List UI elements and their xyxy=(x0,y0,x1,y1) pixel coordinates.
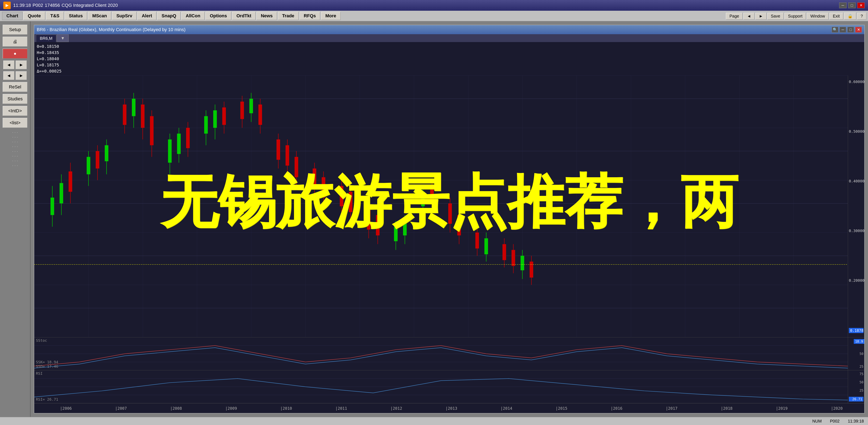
time-2015: |2015 xyxy=(534,406,589,411)
svg-rect-61 xyxy=(376,215,379,235)
menu-trade[interactable]: Trade xyxy=(278,12,299,20)
resel-button[interactable]: ReSel xyxy=(3,82,27,92)
svg-rect-45 xyxy=(276,139,280,160)
title-time: 11:39:18 xyxy=(13,3,31,8)
left-arrow-icon[interactable]: ◄ xyxy=(3,61,14,69)
svg-rect-19 xyxy=(123,104,126,125)
menubar: Chart Quote T&S Status MScan SupSrv Aler… xyxy=(0,11,868,22)
studies-button[interactable]: Studies xyxy=(3,94,27,104)
svg-rect-63 xyxy=(394,227,398,241)
menu-allcon[interactable]: AllCon xyxy=(181,12,205,20)
svg-rect-69 xyxy=(430,186,434,201)
svg-rect-75 xyxy=(475,232,479,249)
svg-rect-57 xyxy=(349,192,352,212)
time-2006: |2006 xyxy=(38,406,93,411)
svg-rect-85 xyxy=(529,262,533,277)
help-button[interactable]: ? xyxy=(857,13,866,20)
stoch-values: SSK= 18.94 SSD= 17.46 xyxy=(36,360,58,368)
chart-main-area[interactable]: 无锡旅游景点推荐，两 xyxy=(34,75,864,337)
rsi-axis: 75 50 25 26.71 xyxy=(848,370,864,403)
price-level-2: 0.20000 xyxy=(849,278,864,283)
setup-button[interactable]: Setup xyxy=(3,25,27,35)
menu-chart[interactable]: Chart xyxy=(2,12,23,20)
chart-minimize-button[interactable]: ─ xyxy=(840,27,846,33)
support-button[interactable]: Support xyxy=(784,13,806,20)
chart-restore-button[interactable]: □ xyxy=(847,27,854,33)
menu-mscan[interactable]: MScan xyxy=(88,12,111,20)
chart-close-button[interactable]: ✕ xyxy=(855,27,862,33)
print-button[interactable]: 🖨 xyxy=(3,37,27,46)
maximize-button[interactable]: □ xyxy=(848,2,856,8)
menu-quote[interactable]: Quote xyxy=(23,12,45,20)
chart-low2: L=0.18175 xyxy=(37,62,59,67)
menu-ordtkt[interactable]: OrdTkt xyxy=(232,12,255,20)
stoch-label: SStoc xyxy=(36,338,47,342)
page-button[interactable]: Page xyxy=(726,13,743,20)
arrow-icons-row: ◄ ► xyxy=(3,61,27,69)
svg-rect-33 xyxy=(204,116,208,134)
app-icon: ▶ xyxy=(3,2,11,9)
chart-delta: Δ=+0.00025 xyxy=(37,69,61,73)
prev-button[interactable]: ◄ xyxy=(743,13,754,20)
intd-button[interactable]: <IntD> xyxy=(3,106,27,116)
menu-supsrv[interactable]: SupSrv xyxy=(112,12,136,20)
time-2020: |2020 xyxy=(809,406,864,411)
red-button[interactable]: ● xyxy=(3,48,27,59)
save-button[interactable]: Save xyxy=(767,13,784,20)
chart-tabs: BR6,M ▼ xyxy=(34,34,864,42)
close-button[interactable]: ✕ xyxy=(857,2,865,8)
ssd-label: SSD= xyxy=(36,364,45,368)
time-2017: |2017 xyxy=(644,406,699,411)
minimize-button[interactable]: ─ xyxy=(839,2,846,8)
chart-titlebar: BR6 - Brazilian Real (Globex), Monthly C… xyxy=(34,25,864,34)
svg-rect-43 xyxy=(258,104,262,125)
ssk-label: SSK= xyxy=(36,360,45,364)
stoch-info: SStoc xyxy=(36,338,47,342)
chart-tab-dropdown[interactable]: ▼ xyxy=(57,34,69,42)
lock-button[interactable]: 🔒 xyxy=(844,12,856,20)
time-2008: |2008 xyxy=(149,406,204,411)
menu-snapq[interactable]: SnapQ xyxy=(157,12,181,20)
chart-svg xyxy=(34,75,848,337)
left-sidebar: Setup 🖨 ● ◄ ► ◄ ► ReSel Studies <IntD> <… xyxy=(0,22,31,417)
chart-title-text: BR6 - Brazilian Real (Globex), Monthly C… xyxy=(37,27,829,32)
svg-rect-81 xyxy=(512,250,515,266)
svg-rect-9 xyxy=(60,183,63,203)
chart-open: 0=0.18150 xyxy=(37,44,59,49)
chart-info: 0=0.18150 H=0.18435 L=0.18040 L=0.18175 … xyxy=(34,42,864,75)
menu-more[interactable]: More xyxy=(321,12,341,20)
right-arrow-icon[interactable]: ► xyxy=(16,61,27,69)
time-2009: |2009 xyxy=(204,406,259,411)
next-button[interactable]: ► xyxy=(755,13,767,20)
svg-rect-35 xyxy=(213,110,217,128)
window-controls: ─ □ ✕ xyxy=(839,2,865,8)
menu-ts[interactable]: T&S xyxy=(46,12,64,20)
window-button[interactable]: Window xyxy=(807,13,828,20)
status-account: P002 xyxy=(830,419,840,424)
price-level-5: 0.50000 xyxy=(849,129,864,134)
svg-rect-17 xyxy=(105,145,108,161)
svg-rect-65 xyxy=(403,221,407,236)
right-arrow2-icon[interactable]: ► xyxy=(16,71,27,80)
svg-rect-41 xyxy=(249,99,253,113)
chart-window: BR6 - Brazilian Real (Globex), Monthly C… xyxy=(34,25,865,414)
menu-alert[interactable]: Alert xyxy=(137,12,156,20)
svg-rect-79 xyxy=(502,244,506,260)
exit-button[interactable]: Exit xyxy=(830,13,843,20)
menu-status[interactable]: Status xyxy=(65,12,87,20)
menu-news[interactable]: News xyxy=(256,12,277,20)
left-arrow2-icon[interactable]: ◄ xyxy=(3,71,14,80)
menu-options[interactable]: Options xyxy=(206,12,231,20)
status-time: 11:39:18 xyxy=(848,419,864,424)
svg-rect-77 xyxy=(484,238,488,254)
price-level-4: 0.40000 xyxy=(849,179,864,183)
statusbar: NUM P002 11:39:18 xyxy=(0,417,868,425)
chart-tab-br6m[interactable]: BR6,M xyxy=(36,35,56,42)
price-level-3: 0.30000 xyxy=(849,229,864,233)
list-button[interactable]: <list> xyxy=(3,118,27,128)
arrow-icons-row2: ◄ ► xyxy=(3,71,27,80)
stoch-badge: 18.9 xyxy=(854,339,864,344)
menu-rfqs[interactable]: RFQs xyxy=(300,12,320,20)
rsi-value: 26.71 xyxy=(47,397,58,401)
chart-search-button[interactable]: 🔍 xyxy=(832,27,838,33)
